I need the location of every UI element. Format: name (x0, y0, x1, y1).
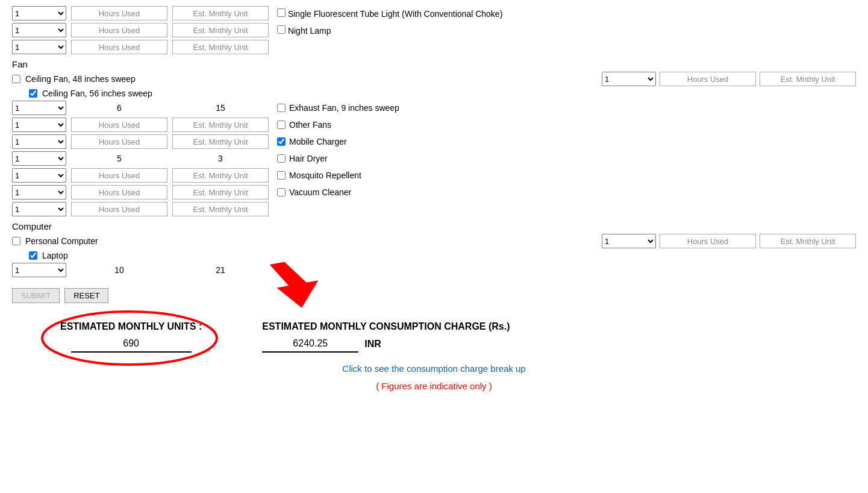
hours-input-fan7[interactable] (71, 202, 167, 216)
computer-section-label: Computer (12, 221, 856, 231)
hours-value-fan4: 5 (71, 154, 167, 163)
checkbox-other-fans[interactable] (277, 121, 286, 129)
est-monthly-units-container: ESTIMATED MONTHLY UNITS : (60, 321, 202, 353)
checkbox-label-laptop: Laptop (42, 251, 68, 260)
fan-right-est[interactable] (760, 72, 856, 86)
computer-right-qty[interactable]: 1 (602, 234, 656, 248)
hours-value-fan1: 6 (71, 103, 167, 113)
checkbox-ceiling-fan-48[interactable] (12, 75, 20, 83)
est-value-computer1: 21 (172, 265, 269, 275)
checkbox-label-vacuum: Vacuum Cleaner (289, 187, 351, 197)
qty-select-top1[interactable]: 1 (12, 6, 66, 20)
est-value-fan1: 15 (172, 103, 269, 113)
checkbox-label-mosquito: Mosquito Repellent (289, 171, 361, 180)
hours-input-fan6[interactable] (71, 185, 167, 199)
qty-select-fan5[interactable]: 1 (12, 168, 66, 183)
qty-select-fan6[interactable]: 1 (12, 185, 66, 199)
checkbox-personal-computer[interactable] (12, 237, 20, 245)
svg-marker-1 (270, 257, 323, 312)
est-input-top1[interactable] (172, 6, 269, 20)
checkbox-mobile-charger[interactable] (277, 137, 286, 146)
hours-value-computer1: 10 (71, 265, 167, 275)
checkbox-label-personal-computer: Personal Computer (25, 236, 98, 246)
qty-select-fan4[interactable]: 1 (12, 151, 66, 166)
checkbox-exhaust-fan[interactable] (277, 104, 286, 112)
est-input-fan6[interactable] (172, 185, 269, 199)
qty-select-fan2[interactable]: 1 (12, 118, 66, 132)
checkbox-label-single-tube: Single Fluorescent Tube Light (With Conv… (288, 9, 502, 19)
computer-right-hours[interactable] (660, 234, 756, 248)
computer-right-est[interactable] (760, 234, 856, 248)
hours-input-fan2[interactable] (71, 118, 167, 132)
checkbox-label-ceiling-fan-48: Ceiling Fan, 48 inches sweep (25, 74, 136, 84)
est-input-top2[interactable] (172, 23, 269, 37)
checkbox-label-hair-dryer: Hair Dryer (289, 154, 328, 163)
est-monthly-units-value[interactable] (71, 336, 192, 353)
consumption-breakup-link[interactable]: Click to see the consumption charge brea… (12, 363, 856, 374)
checkbox-label-exhaust-fan: Exhaust Fan, 9 inches sweep (289, 103, 399, 113)
reset-button[interactable]: RESET (64, 288, 108, 303)
est-input-top3[interactable] (172, 40, 269, 54)
checkbox-hair-dryer[interactable] (277, 154, 286, 163)
est-monthly-charge-label: ESTIMATED MONTHLY CONSUMPTION CHARGE (Rs… (262, 321, 510, 332)
est-monthly-charge-container: ESTIMATED MONTHLY CONSUMPTION CHARGE (Rs… (262, 321, 510, 353)
red-arrow-icon (256, 255, 328, 327)
est-monthly-units-label: ESTIMATED MONTHLY UNITS : (60, 321, 202, 332)
checkbox-laptop[interactable] (29, 251, 37, 260)
est-input-fan3[interactable] (172, 134, 269, 149)
checkbox-mosquito[interactable] (277, 171, 286, 180)
submit-button[interactable]: SUBMIT (12, 288, 60, 303)
hours-input-top3[interactable] (71, 40, 167, 54)
est-input-fan2[interactable] (172, 118, 269, 132)
est-input-fan7[interactable] (172, 202, 269, 216)
checkbox-label-ceiling-fan-56: Ceiling Fan, 56 inches sweep (42, 89, 152, 98)
qty-select-computer1[interactable]: 1 (12, 263, 66, 277)
checkbox-single-tube[interactable] (277, 8, 286, 17)
qty-select-fan3[interactable]: 1 (12, 134, 66, 149)
checkbox-vacuum[interactable] (277, 188, 286, 196)
fan-right-qty[interactable]: 1 (602, 72, 656, 86)
fan-section-label: Fan (12, 59, 856, 69)
hours-input-fan3[interactable] (71, 134, 167, 149)
est-value-fan4: 3 (172, 154, 269, 163)
checkbox-ceiling-fan-56[interactable] (29, 89, 37, 98)
indicative-note: ( Figures are indicative only ) (12, 381, 856, 391)
qty-select-top2[interactable]: 1 (12, 23, 66, 37)
checkbox-night-lamp[interactable] (277, 25, 286, 34)
inr-label: INR (364, 339, 381, 350)
hours-input-top1[interactable] (71, 6, 167, 20)
fan-right-hours[interactable] (660, 72, 756, 86)
qty-select-fan7[interactable]: 1 (12, 202, 66, 216)
qty-select-fan1[interactable]: 1 (12, 101, 66, 115)
est-input-fan5[interactable] (172, 168, 269, 183)
hours-input-top2[interactable] (71, 23, 167, 37)
checkbox-label-night-lamp: Night Lamp (288, 26, 331, 36)
est-monthly-charge-value[interactable] (262, 336, 358, 353)
checkbox-label-other-fans: Other Fans (289, 120, 331, 130)
hours-input-fan5[interactable] (71, 168, 167, 183)
checkbox-label-mobile-charger: Mobile Charger (289, 137, 347, 146)
qty-select-top3[interactable]: 1 (12, 40, 66, 54)
